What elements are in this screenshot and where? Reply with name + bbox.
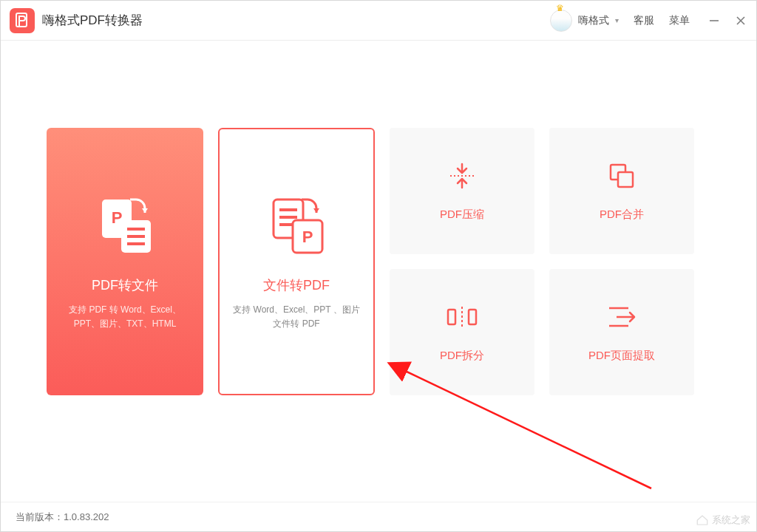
version-value: 1.0.83.202 [64, 511, 109, 522]
titlebar: 嗨格式PDF转换器 ♛ 嗨格式 ▾ 客服 菜单 [1, 1, 756, 41]
card-label: PDF页面提取 [588, 349, 655, 363]
svg-text:P: P [112, 208, 123, 227]
split-icon [445, 301, 479, 332]
svg-rect-18 [618, 172, 633, 187]
file-to-pdf-icon: P [263, 192, 330, 259]
card-label: PDF合并 [600, 208, 644, 222]
minimize-button[interactable] [709, 16, 719, 26]
extract-icon [606, 301, 637, 332]
chevron-down-icon: ▾ [615, 16, 619, 24]
minimize-icon [709, 16, 719, 26]
right-column: PDF压缩 PDF合并 [390, 128, 694, 395]
username-label: 嗨格式 [578, 14, 609, 27]
app-title: 嗨格式PDF转换器 [42, 12, 143, 29]
title-right: ♛ 嗨格式 ▾ 客服 菜单 [550, 10, 746, 32]
merge-icon [606, 160, 637, 191]
window-controls [709, 16, 746, 26]
card-file-to-pdf[interactable]: P 文件转PDF 支持 Word、Excel、PPT 、图片文件转 PDF [218, 128, 375, 395]
pdf-to-file-icon: P [92, 192, 158, 259]
card-label: PDF拆分 [440, 349, 484, 363]
card-label: PDF压缩 [440, 208, 484, 222]
card-title: PDF转文件 [92, 276, 158, 294]
compress-icon [447, 160, 477, 191]
crown-icon: ♛ [556, 3, 564, 13]
support-link[interactable]: 客服 [634, 14, 654, 27]
overlay-watermark: · [319, 296, 322, 308]
user-account[interactable]: ♛ 嗨格式 ▾ [550, 10, 619, 32]
version-label: 当前版本： [16, 511, 64, 524]
app-logo [10, 8, 35, 33]
feature-grid: P PDF转文件 支持 PDF 转 Word、Excel、PPT、图片、TXT、… [47, 128, 694, 395]
svg-text:P: P [302, 228, 313, 246]
menu-link[interactable]: 菜单 [669, 14, 690, 27]
title-left: 嗨格式PDF转换器 [10, 8, 143, 33]
status-bar: 当前版本： 1.0.83.202 [1, 502, 756, 531]
card-pdf-merge[interactable]: PDF合并 [549, 128, 694, 254]
close-icon [736, 16, 746, 26]
watermark-text: 系统之家 [712, 514, 750, 527]
app-logo-icon [15, 13, 30, 29]
svg-rect-19 [448, 310, 455, 324]
svg-rect-20 [469, 310, 476, 324]
card-pdf-split[interactable]: PDF拆分 [390, 269, 534, 395]
house-icon [696, 514, 709, 527]
main-area: P PDF转文件 支持 PDF 转 Word、Excel、PPT、图片、TXT、… [1, 41, 756, 502]
card-desc: 支持 PDF 转 Word、Excel、PPT、图片、TXT、HTML [47, 303, 203, 331]
card-pdf-page-extract[interactable]: PDF页面提取 [549, 269, 694, 395]
card-pdf-to-file[interactable]: P PDF转文件 支持 PDF 转 Word、Excel、PPT、图片、TXT、… [47, 128, 203, 395]
card-desc: 支持 Word、Excel、PPT 、图片文件转 PDF [220, 303, 373, 331]
card-title: 文件转PDF [263, 276, 330, 294]
close-button[interactable] [736, 16, 746, 26]
app-window: 嗨格式PDF转换器 ♛ 嗨格式 ▾ 客服 菜单 [0, 0, 757, 532]
card-pdf-compress[interactable]: PDF压缩 [390, 128, 534, 254]
site-watermark: 系统之家 [696, 514, 750, 527]
avatar: ♛ [550, 10, 572, 32]
